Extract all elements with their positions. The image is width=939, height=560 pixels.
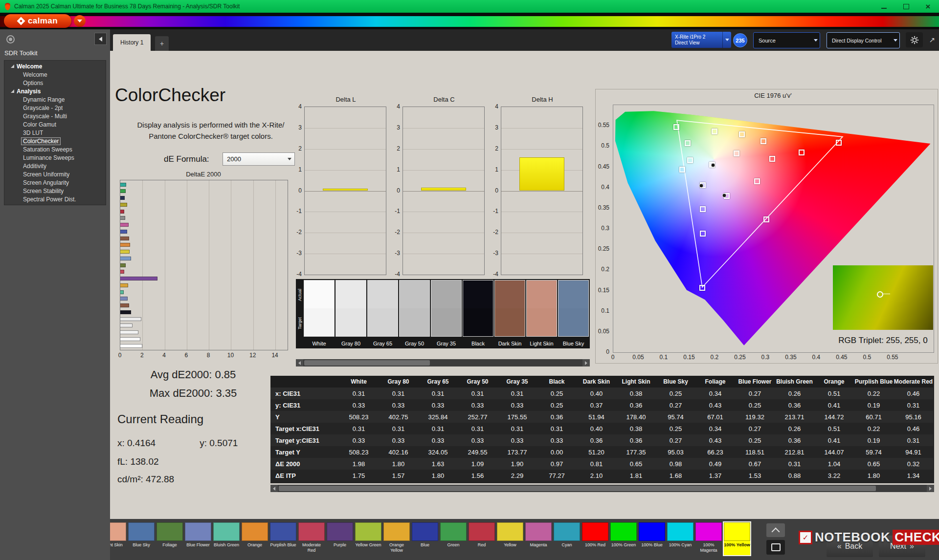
axis-tick-label: 0	[606, 348, 609, 355]
colorchecker-swatch-gray-80[interactable]: Gray 80	[335, 280, 366, 348]
patch-tile-blue-sky[interactable]: Blue Sky	[128, 522, 155, 555]
patch-color-swatch	[327, 522, 353, 541]
measurement-bar	[421, 188, 467, 191]
patch-tile-100-green[interactable]: 100% Green	[610, 522, 637, 555]
patch-tile-cyan[interactable]: Cyan	[554, 522, 580, 555]
sidebar-item-grayscale-multi[interactable]: Grayscale - Multi	[4, 112, 106, 120]
sidebar-item-luminance-sweeps[interactable]: Luminance Sweeps	[4, 153, 106, 162]
scroll-track[interactable]	[278, 485, 927, 492]
calman-logo-button[interactable]: calman	[4, 14, 71, 28]
next-button[interactable]: Next »	[879, 536, 925, 557]
patch-tile-100-blue[interactable]: 100% Blue	[639, 522, 665, 555]
collapse-bar-button[interactable]	[766, 523, 785, 537]
sidebar-item-dynamic-range[interactable]: Dynamic Range	[4, 95, 106, 104]
patch-tile-green[interactable]: Green	[440, 522, 467, 555]
table-row: Y508.23402.75325.84252.77175.550.3651.94…	[270, 411, 933, 423]
patch-tile-moderate-red[interactable]: Moderate Red	[298, 522, 325, 555]
sidebar-collapse-button[interactable]	[94, 33, 107, 45]
scroll-thumb[interactable]	[304, 360, 430, 366]
sidebar-item-screen-stability[interactable]: Screen Stability	[4, 187, 106, 195]
source-dropdown[interactable]: Source	[753, 32, 820, 48]
patch-label: Magenta	[525, 541, 552, 555]
column-header: Purplish Blue	[854, 376, 894, 388]
patch-tile-100-red[interactable]: 100% Red	[582, 522, 608, 555]
bar-row	[120, 202, 288, 207]
colorchecker-swatch-white[interactable]: White	[304, 280, 335, 348]
sidebar-item-saturation-sweeps[interactable]: Saturation Sweeps	[4, 145, 106, 153]
axis-tick-label: 4	[162, 352, 166, 359]
patch-tile-foliage[interactable]: Foliage	[156, 522, 183, 555]
close-button[interactable]: ×	[917, 0, 939, 13]
scroll-left-button[interactable]	[270, 485, 278, 492]
table-cell: 0.46	[894, 388, 933, 399]
sidebar-item-spectral-power-dist[interactable]: Spectral Power Dist.	[4, 195, 106, 203]
popout-button[interactable]: ↗	[926, 34, 939, 46]
patch-tile-bluish-green[interactable]: Bluish Green	[213, 522, 240, 555]
patch-tile-blue[interactable]: Blue	[412, 522, 438, 555]
maximize-button[interactable]	[895, 0, 917, 13]
patch-tile-magenta[interactable]: Magenta	[525, 522, 552, 555]
patch-tile-purple[interactable]: Purple	[327, 522, 353, 555]
sidebar-item-colorchecker[interactable]: ColorChecker	[4, 137, 106, 145]
sidebar-item-analysis[interactable]: Analysis	[4, 87, 106, 95]
meter-mode: Direct View	[675, 41, 722, 45]
bar-row	[120, 182, 288, 187]
sidebar-item-grayscale-2pt[interactable]: Grayscale - 2pt	[4, 104, 106, 112]
table-cell: 0.31	[894, 434, 933, 446]
patch-tile-purplish-blue[interactable]: Purplish Blue	[270, 522, 296, 555]
sidebar-item-options[interactable]: Options	[4, 79, 106, 87]
sidebar-item-welcome[interactable]: Welcome	[4, 62, 106, 70]
colorchecker-swatch-blue-sky[interactable]: Blue Sky	[558, 280, 589, 348]
sidebar-item-3d-lut[interactable]: 3D LUT	[4, 129, 106, 137]
rainbow-stripe	[0, 16, 939, 27]
patch-tile-orange[interactable]: Orange	[242, 522, 268, 555]
sidebar-item-color-gamut[interactable]: Color Gamut	[4, 120, 106, 129]
sidebar-item-welcome[interactable]: Welcome	[4, 70, 106, 79]
delta-c-chart: Delta C 43210-1-2-3-4	[393, 96, 486, 274]
swatch-strip-scrollbar[interactable]	[296, 359, 590, 366]
deltae-x-axis: 02468101214	[120, 352, 287, 359]
main-menu-button[interactable]	[74, 15, 86, 27]
colorchecker-swatch-light-skin[interactable]: Light Skin	[526, 280, 557, 348]
add-tab-button[interactable]: +	[155, 36, 169, 51]
scroll-right-button[interactable]	[927, 485, 934, 492]
pattern-window-button[interactable]	[766, 540, 785, 555]
patch-label: Light Skin	[110, 541, 126, 555]
patch-tile-100-yellow[interactable]: 100% Yellow	[724, 522, 750, 555]
sidebar-item-screen-uniformity[interactable]: Screen Uniformity	[4, 170, 106, 178]
patch-tile-orange-yellow[interactable]: Orange Yellow	[383, 522, 410, 555]
table-scrollbar[interactable]	[270, 485, 934, 492]
sidebar-item-additivity[interactable]: Additivity	[4, 162, 106, 170]
patch-tile-light-skin[interactable]: Light Skin	[110, 522, 126, 555]
scroll-right-button[interactable]	[582, 359, 590, 366]
patch-label: 100% Cyan	[667, 541, 693, 555]
meter-dropdown[interactable]: X-Rite i1Pro 2 Direct View	[671, 32, 731, 48]
sidebar-item-screen-angularity[interactable]: Screen Angularity	[4, 178, 106, 187]
patch-label: Orange Yellow	[383, 541, 410, 555]
current-y-value: y: 0.5071	[200, 438, 238, 449]
settings-gear-button[interactable]	[906, 32, 923, 47]
scroll-left-button[interactable]	[296, 359, 303, 366]
colorchecker-swatch-dark-skin[interactable]: Dark Skin	[494, 280, 525, 348]
scroll-track[interactable]	[303, 359, 582, 366]
colorchecker-swatch-gray-35[interactable]: Gray 35	[431, 280, 462, 348]
patch-tile-100-magenta[interactable]: 100% Magenta	[695, 522, 722, 555]
patch-tile-blue-flower[interactable]: Blue Flower	[185, 522, 211, 555]
patch-tile-red[interactable]: Red	[469, 522, 495, 555]
patch-tile-yellow-green[interactable]: Yellow Green	[355, 522, 381, 555]
patch-tile-100-cyan[interactable]: 100% Cyan	[667, 522, 693, 555]
de-formula-dropdown[interactable]: 2000	[223, 152, 295, 166]
minimize-button[interactable]	[873, 0, 895, 13]
colorchecker-swatch-gray-65[interactable]: Gray 65	[367, 280, 398, 348]
patch-tile-yellow[interactable]: Yellow	[497, 522, 523, 555]
axis-tick-label: 0.3	[761, 354, 770, 361]
axis-tick-label: -3	[296, 250, 302, 257]
back-button[interactable]: « Back	[827, 536, 873, 557]
tab-history-1[interactable]: History 1	[113, 34, 151, 51]
axis-tick-label: 1	[397, 166, 400, 173]
axis-tick-label: 0.25	[598, 245, 609, 252]
colorchecker-swatch-gray-50[interactable]: Gray 50	[399, 280, 430, 348]
colorchecker-swatch-black[interactable]: Black	[463, 280, 493, 348]
scroll-thumb[interactable]	[279, 486, 876, 491]
display-control-dropdown[interactable]: Direct Display Control	[827, 32, 900, 48]
